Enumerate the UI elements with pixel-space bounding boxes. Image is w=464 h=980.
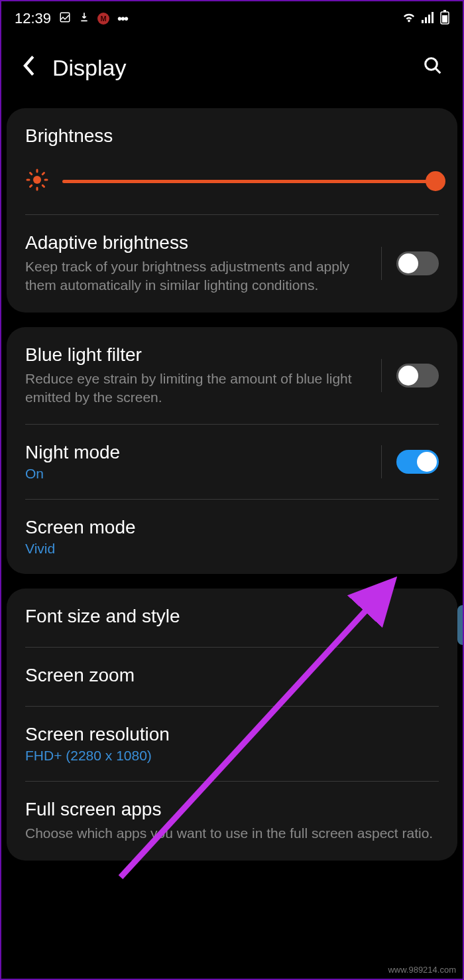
screen-zoom-row[interactable]: Screen zoom xyxy=(7,648,457,706)
night-mode-title: Night mode xyxy=(25,442,368,463)
adaptive-brightness-title: Adaptive brightness xyxy=(25,232,368,253)
svg-line-17 xyxy=(42,173,44,175)
screen-mode-value: Vivid xyxy=(25,541,439,557)
image-icon xyxy=(59,11,71,27)
svg-point-9 xyxy=(33,176,41,184)
svg-line-14 xyxy=(30,173,32,175)
brightness-section: Brightness xyxy=(7,108,457,155)
font-size-row[interactable]: Font size and style xyxy=(7,589,457,647)
brightness-card: Brightness Adaptive brightness Keep trac… xyxy=(7,108,457,313)
svg-rect-7 xyxy=(443,10,446,12)
header: Display xyxy=(1,35,463,108)
svg-rect-6 xyxy=(442,15,447,23)
search-button[interactable] xyxy=(423,56,443,80)
adaptive-brightness-toggle[interactable] xyxy=(396,251,439,275)
full-screen-apps-desc: Choose which apps you want to use in the… xyxy=(25,824,439,843)
status-time: 12:39 xyxy=(15,10,51,27)
screen-mode-row[interactable]: Screen mode Vivid xyxy=(7,500,457,574)
screen-resolution-row[interactable]: Screen resolution FHD+ (2280 x 1080) xyxy=(7,707,457,781)
adaptive-brightness-row[interactable]: Adaptive brightness Keep track of your b… xyxy=(7,215,457,313)
screen-zoom-title: Screen zoom xyxy=(25,665,439,686)
svg-rect-4 xyxy=(432,12,434,23)
toggle-divider xyxy=(381,247,382,280)
app-badge-icon: M xyxy=(97,13,109,25)
svg-line-16 xyxy=(30,185,32,186)
night-mode-value: On xyxy=(25,466,368,482)
edge-panel-handle[interactable] xyxy=(457,605,463,645)
battery-icon xyxy=(440,10,449,27)
brightness-slider-row[interactable] xyxy=(7,155,457,214)
wifi-icon xyxy=(402,11,416,26)
download-icon xyxy=(79,11,89,27)
blue-light-toggle[interactable] xyxy=(396,364,439,387)
toggle-divider xyxy=(381,359,382,392)
svg-rect-2 xyxy=(425,17,427,23)
display-modes-card: Blue light filter Reduce eye strain by l… xyxy=(7,327,457,575)
page-title: Display xyxy=(52,55,423,81)
brightness-slider-thumb[interactable] xyxy=(426,171,445,191)
svg-line-15 xyxy=(42,185,44,186)
night-mode-row[interactable]: Night mode On xyxy=(7,425,457,499)
screen-settings-card: Font size and style Screen zoom Screen r… xyxy=(7,589,457,860)
status-bar-left: 12:39 M ••• xyxy=(15,10,127,27)
signal-icon xyxy=(422,11,435,26)
svg-point-8 xyxy=(426,58,437,70)
screen-mode-title: Screen mode xyxy=(25,517,439,538)
adaptive-brightness-desc: Keep track of your brightness adjustment… xyxy=(25,257,368,295)
full-screen-apps-row[interactable]: Full screen apps Choose which apps you w… xyxy=(7,782,457,860)
sun-icon xyxy=(25,168,49,194)
night-mode-toggle[interactable] xyxy=(396,450,439,474)
font-size-title: Font size and style xyxy=(25,606,439,627)
svg-rect-3 xyxy=(428,15,430,23)
screen-resolution-title: Screen resolution xyxy=(25,724,439,745)
toggle-divider xyxy=(381,445,382,478)
blue-light-title: Blue light filter xyxy=(25,344,368,366)
status-bar-right xyxy=(402,10,449,27)
back-button[interactable] xyxy=(21,54,36,82)
blue-light-desc: Reduce eye strain by limiting the amount… xyxy=(25,370,368,407)
svg-rect-0 xyxy=(60,13,70,22)
brightness-title: Brightness xyxy=(25,125,439,147)
svg-rect-1 xyxy=(422,20,424,23)
status-bar: 12:39 M ••• xyxy=(1,1,463,35)
blue-light-filter-row[interactable]: Blue light filter Reduce eye strain by l… xyxy=(7,327,457,425)
watermark: www.989214.com xyxy=(388,965,456,975)
brightness-slider[interactable] xyxy=(62,180,439,183)
more-notifications-icon: ••• xyxy=(117,11,127,27)
screen-resolution-value: FHD+ (2280 x 1080) xyxy=(25,748,439,764)
full-screen-apps-title: Full screen apps xyxy=(25,799,439,820)
